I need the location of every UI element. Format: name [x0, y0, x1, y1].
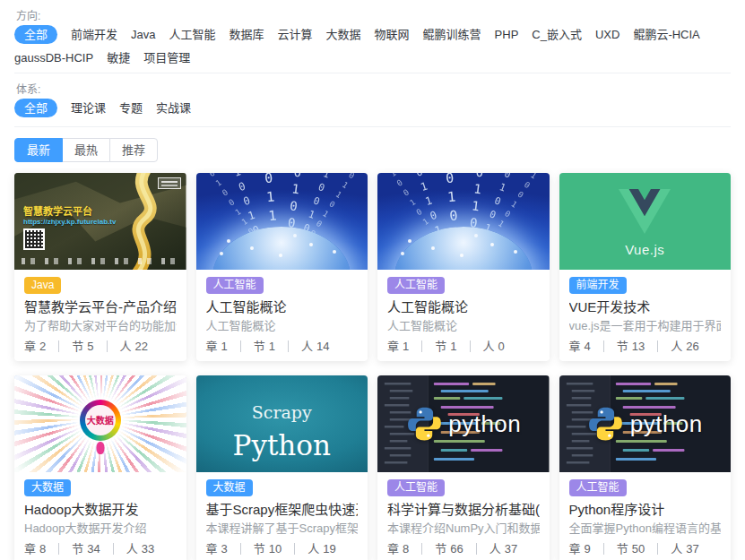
sort-newest-button[interactable]: 最新 — [14, 138, 63, 162]
course-stats: 章3 节10 人19 — [206, 542, 359, 556]
filter-system-topic[interactable]: 专题 — [119, 99, 143, 117]
python-logo-icon — [405, 405, 443, 443]
rainbow-ring: 大数据 — [80, 400, 121, 441]
stat-separator — [476, 543, 477, 555]
course-title[interactable]: Hadoop大数据开发 — [24, 502, 177, 518]
stat-separator — [240, 543, 241, 555]
signature-strip — [22, 258, 179, 264]
course-card[interactable]: 0100110 100101 01101001 0100110 100101 0… — [196, 173, 368, 361]
course-title[interactable]: 基于Scrapy框架爬虫快速开发(... — [206, 502, 359, 518]
filter-system-theory[interactable]: 理论课 — [71, 99, 106, 117]
stat-separator — [288, 340, 289, 352]
course-stats: 章8 节66 人37 — [387, 542, 540, 556]
section-count: 节34 — [72, 542, 100, 556]
course-description: 全面掌握Python编程语言的基本语... — [569, 521, 722, 536]
filter-direction-agile[interactable]: 敏捷 — [107, 48, 130, 67]
stat-separator — [603, 340, 604, 352]
course-thumbnail[interactable]: Scrapy Python — [196, 375, 368, 472]
category-tag[interactable]: 人工智能 — [387, 277, 445, 294]
course-title[interactable]: 人工智能概论 — [387, 299, 540, 315]
course-card[interactable]: Vue.js 前端开发 VUE开发技术 vue.js是一套用于构建用于界面的..… — [559, 173, 732, 361]
course-stats: 章4 节13 人26 — [569, 340, 722, 353]
scrapy-label: Scrapy — [196, 402, 368, 422]
section-count: 节1 — [254, 340, 275, 353]
people-count: 人22 — [120, 340, 148, 353]
course-card[interactable]: 大数据 大数据 Hadoop大数据开发 Hadoop大数据开发介绍 章8 节34… — [14, 375, 186, 560]
course-card[interactable]: python 人工智能 Python程序设计 全面掌握Python编程语言的基本… — [559, 375, 732, 560]
filter-direction-php[interactable]: PHP — [495, 25, 519, 44]
category-tag[interactable]: 人工智能 — [569, 479, 627, 496]
category-tag[interactable]: 前端开发 — [569, 277, 627, 294]
filter-direction-pm[interactable]: 项目管理 — [143, 48, 190, 67]
people-count: 人33 — [126, 542, 154, 556]
ring-tail — [96, 442, 104, 454]
course-description: 人工智能概论 — [206, 319, 359, 333]
course-card-body: 大数据 Hadoop大数据开发 Hadoop大数据开发介绍 章8 节34 人33 — [14, 472, 186, 560]
stat-separator — [470, 340, 471, 352]
course-thumbnail[interactable]: Vue.js — [559, 173, 732, 270]
sort-recommended-button[interactable]: 推荐 — [109, 138, 158, 162]
stat-separator — [421, 340, 422, 352]
course-thumbnail[interactable]: 大数据 — [14, 375, 186, 472]
people-count: 人0 — [483, 340, 505, 353]
course-card[interactable]: Scrapy Python 大数据 基于Scrapy框架爬虫快速开发(... 本… — [196, 375, 368, 560]
course-card[interactable]: 100101 01101001 0100110 01101001 0100110… — [377, 173, 550, 361]
sort-hottest-button[interactable]: 最热 — [62, 138, 110, 162]
chapter-count: 章4 — [569, 340, 591, 353]
direction-filter-label: 方向: — [16, 7, 731, 22]
course-thumbnail[interactable]: python — [559, 375, 732, 472]
course-thumbnail[interactable]: 100101 01101001 0100110 01101001 0100110… — [377, 173, 550, 270]
course-thumbnail[interactable]: 0100110 100101 01101001 0100110 100101 0… — [196, 173, 368, 270]
python-label: Python — [196, 429, 368, 461]
category-tag[interactable]: 大数据 — [206, 479, 253, 496]
category-tag[interactable]: 人工智能 — [387, 479, 445, 496]
python-logo-block: python — [587, 405, 703, 443]
course-stats: 章1 节1 人14 — [206, 340, 359, 353]
filter-direction-bigdata[interactable]: 大数据 — [326, 25, 361, 44]
course-card-body: 大数据 基于Scrapy框架爬虫快速开发(... 本课程讲解了基于Scrapy框… — [196, 472, 368, 560]
filter-direction-uxd[interactable]: UXD — [595, 25, 619, 44]
course-stats: 章8 节34 人33 — [24, 542, 177, 556]
filter-system-practice[interactable]: 实战课 — [156, 99, 191, 117]
filter-direction-kunpeng-camp[interactable]: 鲲鹏训练营 — [423, 25, 481, 44]
course-grid: 智慧教学云平台 https://zhjxy.kp.futurelab.tv Ja… — [14, 173, 731, 560]
course-card[interactable]: python 人工智能 科学计算与数据分析基础(Pyth... 本课程介绍Num… — [377, 375, 550, 560]
course-title[interactable]: Python程序设计 — [569, 502, 722, 518]
filter-direction-ai[interactable]: 人工智能 — [169, 25, 216, 44]
filter-direction-cloud[interactable]: 云计算 — [278, 25, 313, 44]
section-count: 节50 — [617, 542, 645, 556]
filter-direction-gaussdb[interactable]: gaussDB-HCIP — [14, 48, 93, 67]
course-title[interactable]: 人工智能概论 — [206, 299, 359, 315]
section-count: 节10 — [254, 542, 282, 556]
filter-direction-java[interactable]: Java — [131, 25, 155, 44]
section-count: 节5 — [72, 340, 93, 353]
category-tag[interactable]: 人工智能 — [206, 277, 264, 294]
python-wordmark: python — [630, 410, 703, 438]
filter-direction-frontend[interactable]: 前端开发 — [71, 25, 117, 44]
category-tag[interactable]: Java — [24, 277, 61, 294]
python-wordmark: python — [448, 410, 521, 438]
filter-direction-kunpeng-hcia[interactable]: 鲲鹏云-HCIA — [633, 25, 699, 44]
stat-separator — [294, 543, 295, 555]
python-logo-icon — [587, 405, 625, 443]
filter-direction-all[interactable]: 全部 — [14, 25, 57, 44]
filter-direction-embedded[interactable]: C_嵌入式 — [532, 25, 582, 44]
course-thumbnail[interactable]: python — [377, 375, 550, 472]
section-count: 节1 — [435, 340, 456, 353]
course-title[interactable]: 智慧教学云平台-产品介绍 — [24, 299, 177, 315]
people-count: 人37 — [671, 542, 698, 556]
course-description: 为了帮助大家对平台的功能加深理... — [24, 319, 177, 333]
category-tag[interactable]: 大数据 — [24, 479, 71, 496]
vuejs-logo-icon — [619, 189, 671, 234]
filter-direction-database[interactable]: 数据库 — [230, 25, 264, 44]
course-stats: 章1 节1 人0 — [387, 340, 540, 353]
course-catalog-page: 方向: 全部 前端开发 Java 人工智能 数据库 云计算 大数据 物联网 鲲鹏… — [0, 0, 745, 560]
course-card[interactable]: 智慧教学云平台 https://zhjxy.kp.futurelab.tv Ja… — [14, 173, 186, 361]
course-title[interactable]: 科学计算与数据分析基础(Pyth... — [387, 502, 540, 518]
people-count: 人14 — [301, 340, 329, 353]
filter-system-all[interactable]: 全部 — [14, 99, 57, 117]
system-filter-list: 全部 理论课 专题 实战课 — [14, 99, 731, 117]
filter-direction-iot[interactable]: 物联网 — [375, 25, 410, 44]
course-title[interactable]: VUE开发技术 — [569, 299, 722, 315]
course-thumbnail[interactable]: 智慧教学云平台 https://zhjxy.kp.futurelab.tv — [14, 173, 186, 270]
